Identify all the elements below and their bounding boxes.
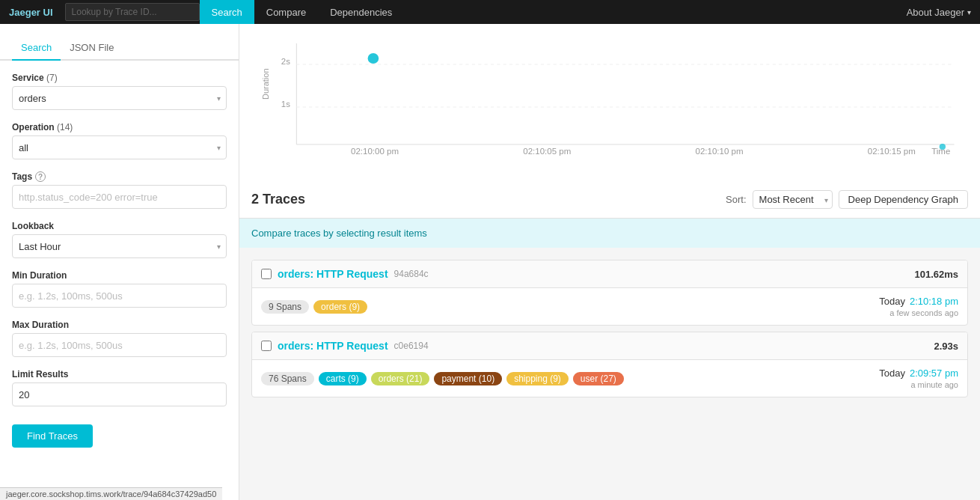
sort-select[interactable]: Most Recent: [753, 190, 833, 209]
chart-area: 2s 1s Duration 02:10:00 pm 02:10:05 pm 0…: [239, 24, 980, 181]
status-bar: jaeger.core.sockshop.tims.work/trace/94a…: [0, 487, 222, 500]
nav-link-compare[interactable]: Compare: [254, 0, 318, 24]
trace-checkbox[interactable]: [261, 341, 272, 351]
trace-date: Today: [879, 296, 905, 307]
trace-name[interactable]: orders: HTTP Request: [278, 340, 388, 352]
operation-group: Operation (14) all ▾: [12, 122, 227, 159]
lookback-select[interactable]: Last Hour: [12, 234, 227, 258]
svg-text:1s: 1s: [281, 100, 291, 109]
service-tag: shipping (9): [506, 372, 569, 385]
trace-card-header: orders: HTTP Request94a684c101.62ms: [252, 260, 967, 288]
limit-results-label: Limit Results: [12, 369, 227, 379]
trace-name[interactable]: orders: HTTP Request: [278, 268, 388, 280]
scatter-chart: 2s 1s Duration 02:10:00 pm 02:10:05 pm 0…: [257, 36, 962, 156]
service-label: Service (7): [12, 73, 227, 83]
trace-checkbox[interactable]: [261, 269, 272, 279]
min-duration-group: Min Duration: [12, 270, 227, 308]
limit-results-group: Limit Results: [12, 369, 227, 406]
tags-input[interactable]: [12, 185, 227, 209]
svg-point-13: [940, 144, 946, 150]
trace-card-body: 76 Spanscarts (9)orders (21)payment (10)…: [252, 360, 967, 397]
svg-text:02:10:05 pm: 02:10:05 pm: [523, 147, 571, 156]
about-menu[interactable]: About Jaeger ▾: [907, 7, 971, 18]
lookback-select-wrapper: Last Hour ▾: [12, 234, 227, 258]
results-header: 2 Traces Sort: Most Recent ▾ Deep Depend…: [239, 181, 980, 219]
trace-title-area: orders: HTTP Requestc0e6194: [261, 340, 429, 352]
trace-id-input[interactable]: [65, 3, 200, 21]
right-panel: 2s 1s Duration 02:10:00 pm 02:10:05 pm 0…: [239, 24, 980, 500]
max-duration-input[interactable]: [12, 333, 227, 357]
nav-link-dependencies[interactable]: Dependencies: [318, 0, 404, 24]
chevron-down-icon: ▾: [967, 8, 971, 16]
spans-badge: 9 Spans: [261, 300, 309, 314]
trace-card-body: 9 Spansorders (9)Today2:10:18 pma few se…: [252, 288, 967, 325]
service-select-wrapper: orders ▾: [12, 86, 227, 110]
trace-id: 94a684c: [394, 269, 429, 279]
trace-date: Today: [879, 368, 905, 379]
trace-tags: 76 Spanscarts (9)orders (21)payment (10)…: [261, 372, 624, 385]
svg-text:02:10:00 pm: 02:10:00 pm: [351, 147, 399, 156]
trace-time[interactable]: 2:09:57 pm: [910, 368, 958, 379]
svg-point-12: [368, 53, 379, 64]
svg-text:2s: 2s: [281, 57, 291, 66]
trace-meta: Today2:10:18 pma few seconds ago: [879, 296, 958, 317]
nav-links: SearchCompareDependencies: [200, 0, 405, 24]
max-duration-label: Max Duration: [12, 320, 227, 330]
service-select[interactable]: orders: [12, 86, 227, 110]
min-duration-label: Min Duration: [12, 270, 227, 281]
left-panel: SearchJSON File Service (7) orders ▾ Ope…: [0, 24, 239, 500]
brand-logo: Jaeger UI: [9, 7, 53, 18]
trace-tags: 9 Spansorders (9): [261, 300, 367, 314]
trace-ago: a minute ago: [910, 380, 958, 389]
main-layout: SearchJSON File Service (7) orders ▾ Ope…: [0, 24, 980, 500]
svg-text:Duration: Duration: [260, 68, 269, 100]
spans-badge: 76 Spans: [261, 372, 314, 385]
max-duration-group: Max Duration: [12, 320, 227, 357]
service-tag: user (27): [573, 372, 624, 385]
compare-banner: Compare traces by selecting result items: [239, 219, 980, 248]
trace-card-header: orders: HTTP Requestc0e61942.93s: [252, 332, 967, 360]
operation-select[interactable]: all: [12, 135, 227, 159]
tab-search[interactable]: Search: [12, 36, 61, 61]
traces-list: orders: HTTP Request94a684c101.62ms9 Spa…: [239, 248, 980, 500]
svg-text:02:10:15 pm: 02:10:15 pm: [868, 147, 916, 156]
service-tag: payment (10): [434, 372, 502, 385]
trace-duration: 2.93s: [934, 341, 958, 352]
trace-title-area: orders: HTTP Request94a684c: [261, 268, 429, 280]
svg-text:02:10:10 pm: 02:10:10 pm: [696, 147, 744, 156]
tab-bar: SearchJSON File: [0, 24, 239, 61]
trace-card: orders: HTTP Requestc0e61942.93s76 Spans…: [251, 332, 968, 397]
service-tag: orders (9): [313, 300, 367, 314]
sort-area: Sort: Most Recent ▾ Deep Dependency Grap…: [726, 190, 968, 209]
min-duration-input[interactable]: [12, 284, 227, 308]
trace-duration: 101.62ms: [914, 269, 958, 280]
service-group: Service (7) orders ▾: [12, 73, 227, 110]
trace-ago: a few seconds ago: [889, 308, 958, 317]
search-form: Service (7) orders ▾ Operation (14): [0, 61, 239, 500]
service-tag: carts (9): [319, 372, 367, 385]
results-count: 2 Traces: [251, 192, 305, 207]
operation-label: Operation (14): [12, 122, 227, 132]
tab-json-file[interactable]: JSON File: [61, 36, 123, 61]
service-tag: orders (21): [371, 372, 430, 385]
find-traces-button[interactable]: Find Traces: [12, 424, 93, 448]
lookback-label: Lookback: [12, 221, 227, 231]
deep-dependency-graph-button[interactable]: Deep Dependency Graph: [839, 190, 968, 209]
tags-group: Tags ?: [12, 171, 227, 209]
trace-meta: Today2:09:57 pma minute ago: [879, 368, 958, 389]
trace-time[interactable]: 2:10:18 pm: [910, 296, 958, 307]
trace-id: c0e6194: [394, 341, 429, 351]
trace-card: orders: HTTP Request94a684c101.62ms9 Spa…: [251, 260, 968, 326]
operation-select-wrapper: all ▾: [12, 135, 227, 159]
top-nav: Jaeger UI SearchCompareDependencies Abou…: [0, 0, 980, 24]
tags-label: Tags ?: [12, 171, 227, 182]
nav-link-search[interactable]: Search: [200, 0, 254, 24]
sort-select-wrapper: Most Recent ▾: [753, 190, 833, 209]
lookback-group: Lookback Last Hour ▾: [12, 221, 227, 258]
help-icon[interactable]: ?: [35, 171, 46, 182]
limit-results-input[interactable]: [12, 382, 227, 406]
sort-label: Sort:: [726, 194, 746, 205]
